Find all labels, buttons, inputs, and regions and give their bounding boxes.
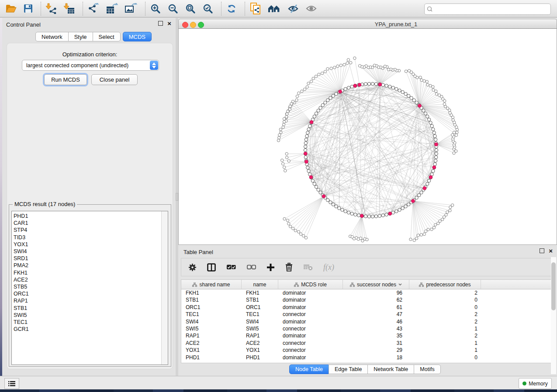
cell-role[interactable]: connector (278, 325, 343, 332)
cell-predecessors[interactable]: 2 (409, 318, 481, 325)
network-leaf-node[interactable] (285, 156, 288, 159)
network-node[interactable] (306, 166, 309, 169)
mcds-hub-node[interactable] (429, 175, 432, 179)
cell-role[interactable]: dominator (278, 296, 343, 303)
network-node[interactable] (407, 203, 410, 206)
result-node-item[interactable]: TEC1 (14, 319, 160, 326)
tab-node-table[interactable]: Node Table (289, 364, 329, 374)
network-leaf-node[interactable] (441, 218, 444, 220)
network-node[interactable] (367, 215, 370, 218)
network-leaf-node[interactable] (451, 134, 454, 136)
network-leaf-node[interactable] (277, 136, 280, 139)
mcds-hub-node[interactable] (412, 199, 415, 203)
result-node-item[interactable]: STP4 (14, 227, 160, 234)
tab-style[interactable]: Style (68, 32, 93, 41)
result-node-item[interactable]: FKH1 (14, 269, 160, 276)
network-node[interactable] (371, 215, 374, 218)
cell-name[interactable]: ACE2 (242, 340, 278, 347)
network-leaf-node[interactable] (289, 225, 291, 228)
result-node-item[interactable]: ORC1 (14, 290, 160, 297)
network-node[interactable] (435, 152, 438, 155)
network-leaf-node[interactable] (303, 88, 306, 90)
network-leaf-node[interactable] (315, 75, 317, 78)
result-node-item[interactable]: GCR1 (14, 326, 160, 333)
network-leaf-node[interactable] (283, 166, 285, 168)
save-session-icon[interactable] (24, 4, 33, 13)
network-node[interactable] (374, 215, 377, 218)
zoom-in-icon[interactable] (150, 3, 161, 14)
network-node[interactable] (424, 112, 427, 115)
network-node[interactable] (391, 86, 394, 89)
result-node-item[interactable]: SRD1 (14, 255, 160, 262)
mcds-hub-node[interactable] (358, 83, 361, 86)
network-leaf-node[interactable] (301, 90, 303, 93)
cell-predecessors[interactable]: 0 (409, 296, 481, 303)
network-node[interactable] (364, 83, 367, 86)
network-leaf-node[interactable] (307, 82, 310, 85)
network-node[interactable] (415, 196, 418, 199)
network-leaf-node[interactable] (415, 237, 418, 240)
cell-successors[interactable]: 43 (343, 325, 409, 332)
network-leaf-node[interactable] (285, 115, 287, 118)
network-node[interactable] (332, 203, 335, 206)
result-node-item[interactable]: ACE2 (14, 276, 160, 283)
select-all-icon[interactable] (226, 264, 236, 270)
network-node[interactable] (321, 103, 324, 107)
cell-shared_name[interactable]: SWI5 (181, 325, 242, 332)
network-node[interactable] (347, 211, 350, 214)
network-leaf-node[interactable] (299, 233, 302, 235)
hide-selected-icon[interactable] (288, 4, 299, 13)
network-node[interactable] (324, 101, 327, 104)
network-leaf-node[interactable] (279, 128, 282, 131)
cell-shared_name[interactable]: FKH1 (181, 289, 242, 296)
column-header-successor-nodes[interactable]: successor nodes (343, 280, 409, 289)
cell-successors[interactable]: 31 (343, 340, 409, 347)
network-leaf-node[interactable] (326, 68, 329, 70)
network-leaf-node[interactable] (359, 237, 362, 240)
network-leaf-node[interactable] (349, 62, 352, 64)
mcds-hub-node[interactable] (353, 84, 357, 88)
cell-successors[interactable]: 47 (343, 311, 409, 318)
network-node[interactable] (381, 214, 384, 217)
result-node-item[interactable]: PHD1 (14, 213, 160, 220)
network-leaf-node[interactable] (312, 77, 315, 80)
table-row[interactable]: YOX1YOX1connector291 (181, 347, 553, 354)
network-window-titlebar[interactable]: YPA_prune.txt_1 (178, 19, 557, 29)
network-node[interactable] (426, 182, 429, 185)
mcds-hub-node[interactable] (322, 195, 325, 198)
network-leaf-node[interactable] (366, 238, 368, 241)
search-input[interactable] (434, 6, 550, 13)
mcds-hub-node[interactable] (418, 104, 422, 107)
network-node[interactable] (306, 131, 309, 134)
mcds-hub-node[interactable] (432, 165, 436, 169)
manage-columns-icon[interactable] (207, 263, 216, 272)
network-leaf-node[interactable] (287, 222, 290, 225)
network-node[interactable] (407, 94, 410, 97)
network-leaf-node[interactable] (310, 80, 312, 83)
network-leaf-node[interactable] (405, 70, 407, 72)
network-node[interactable] (313, 182, 316, 185)
network-leaf-node[interactable] (302, 234, 305, 237)
tab-edge-table[interactable]: Edge Table (329, 364, 368, 374)
network-node[interactable] (427, 179, 430, 182)
network-node[interactable] (341, 208, 344, 211)
network-node[interactable] (344, 210, 347, 213)
mcds-hub-node[interactable] (304, 160, 308, 163)
network-leaf-node[interactable] (294, 229, 297, 232)
network-leaf-node[interactable] (430, 228, 433, 230)
network-node[interactable] (313, 115, 316, 118)
network-node[interactable] (401, 206, 404, 210)
network-leaf-node[interactable] (295, 99, 298, 101)
cell-role[interactable]: dominator (278, 318, 343, 325)
mcds-hub-node[interactable] (339, 90, 342, 93)
cell-predecessors[interactable]: 2 (409, 311, 481, 318)
network-node[interactable] (317, 109, 320, 112)
network-node[interactable] (432, 169, 435, 172)
network-leaf-node[interactable] (423, 79, 426, 82)
mcds-hub-node[interactable] (378, 83, 382, 86)
cell-predecessors[interactable]: 1 (409, 325, 481, 332)
network-node[interactable] (367, 82, 370, 85)
network-leaf-node[interactable] (452, 119, 454, 121)
network-leaf-node[interactable] (278, 134, 281, 136)
open-session-icon[interactable] (5, 4, 17, 14)
